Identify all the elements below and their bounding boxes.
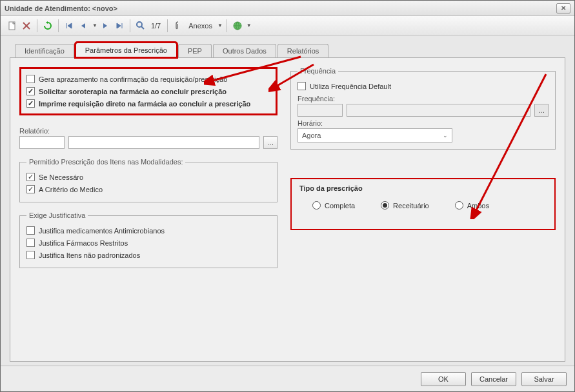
horario-label: Horário:: [298, 119, 549, 127]
tabs: Identificação Parâmetros da Prescrição P…: [15, 42, 565, 57]
radio-label: Completa: [325, 202, 355, 210]
modalidades-fieldset: Permitido Prescrição dos Itens nas Modal…: [19, 158, 277, 202]
tab-identificacao[interactable]: Identificação: [15, 44, 74, 57]
checkbox-solicitar-soroterapia[interactable]: Solicitar soroterapia na farmácia ao con…: [26, 85, 270, 97]
left-column: Gera aprazamento na confirmação da requi…: [19, 67, 277, 352]
radio-icon: [455, 201, 463, 210]
refresh-icon[interactable]: [41, 19, 54, 32]
last-icon[interactable]: [113, 19, 126, 32]
tab-panel: Gera aprazamento na confirmação da requi…: [10, 57, 565, 362]
radio-receituario[interactable]: Receituário: [381, 201, 429, 210]
checkbox-icon[interactable]: [26, 99, 35, 108]
page-indicator: 1/7: [148, 22, 163, 30]
modalidades-legend: Permitido Prescrição dos Itens nas Modal…: [26, 158, 185, 166]
relatorio-block: Relatório: …: [19, 124, 277, 149]
checkbox-label: Justifica Itens não padronizados: [39, 251, 140, 259]
checkbox-se-necessario[interactable]: Se Necessáro: [26, 171, 270, 183]
tab-parametros-prescricao[interactable]: Parâmetros da Prescrição: [76, 43, 177, 57]
close-button[interactable]: ✕: [556, 3, 570, 14]
checkbox-a-criterio[interactable]: A Critério do Medico: [26, 183, 270, 195]
checkbox-label: Imprime requisição direto na farmácia ao…: [39, 100, 250, 108]
delete-icon[interactable]: [20, 19, 33, 32]
relatorio-desc-input[interactable]: [68, 136, 259, 149]
checkbox-label: Utiliza Frequência Default: [310, 83, 391, 90]
separator: [167, 19, 168, 32]
tipo-prescricao-legend: Tipo da prescrição: [299, 184, 547, 192]
justificativa-fieldset: Exige Justificativa Justifica medicament…: [19, 211, 277, 268]
highlight-box-tipo-prescricao: Tipo da prescrição Completa Receituário: [290, 178, 556, 230]
prev-icon[interactable]: [77, 19, 90, 32]
highlight-box-checkboxes: Gera aprazamento na confirmação da requi…: [19, 67, 277, 115]
checkbox-icon[interactable]: [26, 173, 35, 181]
justificativa-legend: Exige Justificativa: [26, 211, 88, 219]
frequencia-legend: Frequência: [298, 67, 338, 75]
separator: [227, 19, 227, 32]
dropdown-arrow-icon[interactable]: ▼: [247, 23, 252, 28]
cancelar-button[interactable]: Cancelar: [471, 372, 516, 386]
radio-label: Receituário: [393, 202, 429, 210]
radio-icon: [312, 201, 321, 210]
first-icon[interactable]: [63, 19, 76, 32]
footer: OK Cancelar Salvar: [1, 366, 574, 391]
checkbox-label: A Critério do Medico: [39, 186, 103, 193]
checkbox-imprime-requisicao[interactable]: Imprime requisição direto na farmácia ao…: [26, 97, 270, 110]
toolbar: ▼ 1/7 Anexos ▼ ▼: [1, 16, 574, 35]
radio-label: Ambos: [467, 202, 489, 210]
radio-ambos[interactable]: Ambos: [455, 201, 489, 210]
next-icon[interactable]: [99, 19, 112, 32]
dropdown-arrow-icon[interactable]: ▼: [217, 23, 223, 28]
frequencia-fieldset: Frequência Utiliza Frequência Default Fr…: [290, 67, 556, 150]
svg-point-3: [137, 22, 142, 27]
checkbox-icon[interactable]: [26, 239, 35, 247]
checkbox-restritos[interactable]: Justifica Fármacos Restritos: [26, 237, 270, 249]
content-area: Identificação Parâmetros da Prescrição P…: [1, 35, 574, 366]
frequencia-browse-button[interactable]: …: [534, 104, 549, 117]
checkbox-icon[interactable]: [26, 226, 35, 235]
radio-icon: [381, 201, 389, 210]
relatorio-code-input[interactable]: [19, 136, 65, 149]
attachment-icon[interactable]: [172, 19, 185, 32]
horario-select[interactable]: Agora ⌄: [298, 128, 452, 142]
anexos-label[interactable]: Anexos: [186, 22, 215, 30]
titlebar: Unidade de Atendimento: <novo> ✕: [1, 1, 574, 16]
separator: [130, 19, 130, 32]
window-title: Unidade de Atendimento: <novo>: [5, 5, 117, 12]
tab-outros-dados[interactable]: Outros Dados: [213, 44, 276, 57]
checkbox-icon[interactable]: [26, 75, 35, 83]
ok-button[interactable]: OK: [421, 372, 466, 386]
checkbox-antimicrobianos[interactable]: Justifica medicamentos Antimicrobianos: [26, 224, 270, 237]
checkbox-label: Gera aprazamento na confirmação da requi…: [39, 75, 227, 83]
relatorio-browse-button[interactable]: …: [263, 136, 277, 149]
radio-completa[interactable]: Completa: [312, 201, 355, 210]
frequencia-desc-input: [347, 104, 530, 117]
frequencia-code-input: [298, 104, 343, 117]
chevron-down-icon: ⌄: [443, 132, 448, 139]
search-icon[interactable]: [134, 19, 147, 32]
right-column: Frequência Utiliza Frequência Default Fr…: [290, 67, 556, 352]
checkbox-gera-aprazamento[interactable]: Gera aprazamento na confirmação da requi…: [26, 73, 270, 85]
checkbox-label: Justifica medicamentos Antimicrobianos: [39, 227, 165, 235]
svg-line-4: [141, 26, 144, 29]
salvar-button[interactable]: Salvar: [521, 372, 567, 386]
dropdown-arrow-icon[interactable]: ▼: [92, 23, 97, 28]
tab-relatorios[interactable]: Relatórios: [277, 44, 329, 57]
globe-icon[interactable]: [231, 19, 244, 32]
checkbox-icon[interactable]: [26, 251, 35, 259]
checkbox-nao-padronizados[interactable]: Justifica Itens não padronizados: [26, 249, 270, 261]
separator: [58, 19, 59, 32]
new-icon[interactable]: [6, 19, 19, 32]
checkbox-icon[interactable]: [26, 185, 35, 193]
dialog-window: Unidade de Atendimento: <novo> ✕ ▼ 1/7 A…: [0, 0, 575, 392]
checkbox-label: Justifica Fármacos Restritos: [39, 239, 128, 247]
separator: [37, 19, 37, 32]
horario-value: Agora: [302, 132, 321, 139]
checkbox-icon[interactable]: [298, 82, 306, 90]
tab-pep[interactable]: PEP: [178, 44, 212, 57]
checkbox-label: Se Necessáro: [39, 173, 83, 181]
frequencia-label: Frequência:: [298, 95, 549, 103]
checkbox-label: Solicitar soroterapia na farmácia ao con…: [39, 88, 227, 95]
checkbox-utiliza-default[interactable]: Utiliza Frequência Default: [298, 80, 549, 92]
checkbox-icon[interactable]: [26, 87, 35, 95]
relatorio-label: Relatório:: [19, 127, 277, 135]
